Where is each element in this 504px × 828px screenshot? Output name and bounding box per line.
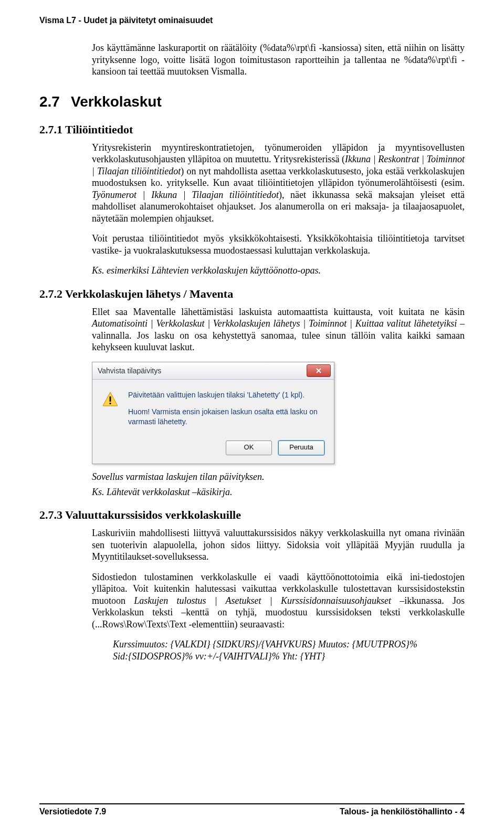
s273-p2: Sidostiedon tulostaminen verkkolaskulle … xyxy=(92,571,465,631)
s272-reference: Ks. Lähtevät verkkolaskut –käsikirja. xyxy=(92,487,465,498)
dialog-titlebar: Vahvista tilapäivitys xyxy=(92,362,334,380)
s271-p2: Voit perustaa tiliöintitiedot myös yksik… xyxy=(92,233,465,256)
subsection-2-7-3-heading: 2.7.3 Valuuttakurssisidos verkkolaskuill… xyxy=(39,508,465,522)
dialog-caption: Sovellus varmistaa laskujen tilan päivit… xyxy=(92,471,465,483)
intro-paragraph: Jos käyttämänne laskuraportit on räätälö… xyxy=(92,42,465,78)
ok-button[interactable]: OK xyxy=(226,441,272,455)
section-2-7-heading: 2.7Verkkolaskut xyxy=(39,93,465,110)
page-footer: Versiotiedote 7.9 Talous- ja henkilöstöh… xyxy=(39,803,465,816)
document-header: Visma L7 - Uudet ja päivitetyt ominaisuu… xyxy=(39,16,465,25)
dialog-msg-2: Huom! Varmista ensin jokaisen laskun osa… xyxy=(128,407,324,427)
close-icon[interactable] xyxy=(307,364,331,377)
subsection-2-7-2-body: Ellet saa Maventalle lähettämistäsi lask… xyxy=(92,306,465,498)
svg-rect-2 xyxy=(110,403,111,404)
s273-p1: Laskuriviin mahdollisesti liittyvä valuu… xyxy=(92,527,465,563)
section-title: Verkkolaskut xyxy=(71,93,162,110)
dialog-screenshot: Vahvista tilapäivitys Päivitetä xyxy=(92,362,465,465)
dialog-body: Päivitetään valittujen laskujen tilaksi … xyxy=(92,380,334,436)
warning-icon xyxy=(102,391,119,427)
template-string-2: Sid:{SIDOSPROS}% vv:+/-{VAIHTVALI}% Yht:… xyxy=(113,651,465,663)
svg-rect-1 xyxy=(110,396,111,402)
confirm-dialog: Vahvista tilapäivitys Päivitetä xyxy=(92,362,334,465)
s271-p3: Ks. esimerkiksi Lähtevien verkkolaskujen… xyxy=(92,265,465,277)
subsection-2-7-2-heading: 2.7.2 Verkkolaskujen lähetys / Maventa xyxy=(39,287,465,301)
dialog-buttons: OK Peruuta xyxy=(92,435,334,464)
cancel-button[interactable]: Peruuta xyxy=(278,441,324,455)
footer-right: Talous- ja henkilöstöhallinto - 4 xyxy=(340,807,465,816)
subsection-2-7-1-heading: 2.7.1 Tiliöintitiedot xyxy=(39,123,465,137)
document-page: Visma L7 - Uudet ja päivitetyt ominaisuu… xyxy=(0,0,504,828)
subsection-2-7-3-body: Laskuriviin mahdollisesti liittyvä valuu… xyxy=(92,527,465,662)
dialog-msg-1: Päivitetään valittujen laskujen tilaksi … xyxy=(128,390,324,400)
dialog-text: Päivitetään valittujen laskujen tilaksi … xyxy=(128,390,324,427)
footer-left: Versiotiedote 7.9 xyxy=(39,807,106,816)
s272-p1: Ellet saa Maventalle lähettämistäsi lask… xyxy=(92,306,465,353)
s271-p1: Yritysrekisterin myyntireskontratietojen… xyxy=(92,142,465,225)
dialog-title: Vahvista tilapäivitys xyxy=(98,366,161,375)
intro-block: Jos käyttämänne laskuraportit on räätälö… xyxy=(92,42,465,78)
section-number: 2.7 xyxy=(39,93,71,110)
subsection-2-7-1-body: Yritysrekisterin myyntireskontratietojen… xyxy=(92,142,465,277)
template-string-1: Kurssimuutos: {VALKDI} {SIDKURS}/{VAHVKU… xyxy=(113,638,465,651)
